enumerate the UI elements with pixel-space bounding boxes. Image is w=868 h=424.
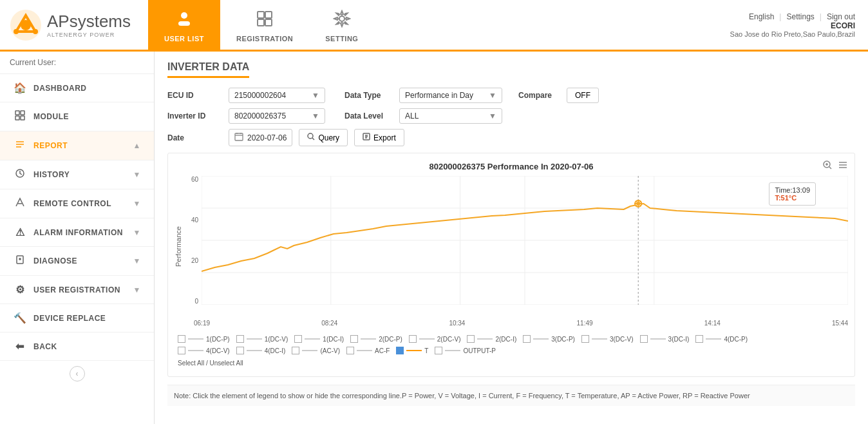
x-label-1414: 14:14	[704, 320, 721, 327]
legend-checkbox-output-p[interactable]	[435, 347, 442, 354]
sidebar-item-report[interactable]: REPORT ▲	[0, 131, 154, 160]
data-type-select[interactable]: Performance in Day ▼	[399, 88, 502, 103]
legend-label-ac-f: AC-F	[375, 347, 390, 354]
legend-checkbox-3dc-i[interactable]	[640, 335, 648, 343]
legend-3dc-i[interactable]: 3(DC-I)	[640, 335, 690, 343]
menu-icon[interactable]	[838, 160, 848, 173]
legend-4dc-p[interactable]: 4(DC-P)	[695, 335, 748, 343]
settings-link[interactable]: Settings	[786, 12, 814, 21]
legend-2dc-v[interactable]: 2(DC-V)	[409, 335, 461, 343]
data-level-select[interactable]: ALL ▼	[399, 108, 502, 124]
sidebar-item-history[interactable]: HISTORY ▼	[0, 160, 154, 189]
sidebar-item-diagnose[interactable]: DIAGNOSE ▼	[0, 247, 154, 276]
alarm-arrow: ▼	[133, 228, 141, 237]
current-user-label: Current User:	[0, 52, 154, 74]
registration-icon	[256, 10, 274, 32]
svg-rect-6	[258, 12, 264, 18]
data-level-arrow: ▼	[489, 111, 496, 120]
legend-ac-f[interactable]: AC-F	[346, 347, 390, 354]
sidebar-item-back[interactable]: ⬅ BACK	[0, 332, 154, 361]
legend-checkbox-3dc-v[interactable]	[581, 335, 589, 343]
svg-rect-5	[178, 21, 190, 26]
query-button[interactable]: Query	[299, 129, 348, 146]
compare-button[interactable]: OFF	[567, 88, 599, 103]
export-button[interactable]: Export	[354, 129, 404, 146]
x-label-1544: 15:44	[832, 320, 848, 327]
legend-3dc-v[interactable]: 3(DC-V)	[581, 335, 634, 343]
device-replace-icon: 🔨	[13, 312, 27, 324]
svg-rect-12	[21, 111, 24, 115]
legend-checkbox-ac-v[interactable]	[292, 347, 299, 354]
legend-label-t: T	[424, 347, 428, 354]
chart-title: 802000026375 Performance In 2020-07-06	[200, 162, 822, 171]
diagnose-icon	[13, 255, 27, 267]
tab-setting[interactable]: SETTING	[309, 0, 374, 52]
legend-output-p[interactable]: OUTPUT-P	[435, 347, 496, 354]
select-all-link[interactable]: Select All / Unselect All	[178, 360, 243, 367]
legend-checkbox-1dc-i[interactable]	[294, 335, 302, 343]
sidebar-item-alarm-information[interactable]: ⚠ ALARM INFORMATION ▼	[0, 218, 154, 247]
export-icon	[363, 133, 370, 142]
legend-checkbox-4dc-i[interactable]	[236, 347, 244, 354]
legend-3dc-p[interactable]: 3(DC-P)	[523, 335, 575, 343]
date-label: Date	[167, 133, 222, 142]
legend-4dc-v[interactable]: 4(DC-V)	[178, 347, 230, 354]
legend-2dc-i[interactable]: 2(DC-I)	[467, 335, 516, 343]
zoom-icon[interactable]	[822, 160, 833, 173]
legend-checkbox-1dc-v[interactable]	[236, 335, 244, 343]
date-input[interactable]: 2020-07-06	[229, 129, 292, 146]
sidebar-item-module[interactable]: MODULE	[0, 102, 154, 131]
legend-1dc-p[interactable]: 1(DC-P)	[178, 335, 230, 343]
svg-line-28	[312, 138, 314, 140]
legend-t[interactable]: T	[396, 347, 428, 354]
inverter-id-select[interactable]: 802000026375 ▼	[229, 108, 325, 124]
controls-panel: ECU ID 215000002604 ▼ Data Type Performa…	[167, 88, 855, 146]
report-icon	[13, 139, 27, 152]
legend-1dc-v[interactable]: 1(DC-V)	[236, 335, 288, 343]
sidebar-item-user-registration[interactable]: ⚙ USER REGISTRATION ▼	[0, 276, 154, 304]
legend-ac-v[interactable]: (AC-V)	[292, 347, 340, 354]
legend-label-3dc-i: 3(DC-I)	[668, 336, 690, 343]
scroll-control[interactable]: ‹	[0, 361, 154, 387]
legend-checkbox-t[interactable]	[396, 347, 404, 354]
legend-2dc-p[interactable]: 2(DC-P)	[350, 335, 402, 343]
nav-tabs: USER LIST REGISTRATION SETTING	[148, 0, 374, 50]
note-text: Note: Click the element of legend to sho…	[174, 392, 750, 400]
legend-4dc-i[interactable]: 4(DC-I)	[236, 347, 286, 354]
page-title: INVERTER DATA	[167, 61, 249, 78]
language-link[interactable]: English	[749, 12, 774, 21]
ecu-id-select[interactable]: 215000002604 ▼	[229, 88, 325, 103]
legend-line-4dc-i	[247, 350, 262, 351]
data-type-label: Data Type	[344, 91, 393, 100]
setting-icon	[333, 10, 351, 32]
legend-1dc-i[interactable]: 1(DC-I)	[294, 335, 344, 343]
sidebar-item-remote-control[interactable]: REMOTE CONTROL ▼	[0, 189, 154, 218]
chart-tools[interactable]	[822, 160, 848, 173]
tab-user-list[interactable]: USER LIST	[148, 0, 220, 52]
tab-registration[interactable]: REGISTRATION	[220, 0, 309, 52]
sidebar-item-dashboard[interactable]: 🏠 DASHBOARD	[0, 74, 154, 102]
chart-container: 802000026375 Performance In 2020-07-06	[167, 153, 855, 377]
legend-line-1dc-i	[305, 338, 320, 340]
legend-line-ac-f	[357, 350, 372, 351]
signout-link[interactable]: Sign out	[827, 12, 855, 21]
alarm-icon: ⚠	[13, 226, 27, 238]
y-label-20: 20	[185, 257, 198, 264]
legend-checkbox-4dc-v[interactable]	[178, 347, 185, 354]
legend-checkbox-2dc-p[interactable]	[350, 335, 358, 343]
legend-checkbox-1dc-p[interactable]	[178, 335, 185, 343]
y-label-40: 40	[185, 217, 198, 224]
svg-point-27	[308, 133, 313, 139]
legend-checkbox-ac-f[interactable]	[346, 347, 354, 354]
legend-checkbox-3dc-p[interactable]	[523, 335, 531, 343]
legend-checkbox-4dc-p[interactable]	[695, 335, 703, 343]
module-icon	[13, 110, 27, 123]
legend-label-ac-v: (AC-V)	[320, 347, 340, 354]
legend-label-3dc-v: 3(DC-V)	[610, 336, 634, 343]
legend-checkbox-2dc-i[interactable]	[467, 335, 475, 343]
legend-line-2dc-v	[419, 338, 435, 340]
x-axis: 06:19 08:24 10:34 11:49 14:14 15:44	[175, 318, 848, 327]
row-date-query: Date 2020-07-06	[167, 129, 855, 146]
sidebar-item-device-replace[interactable]: 🔨 DEVICE REPLACE	[0, 304, 154, 332]
legend-checkbox-2dc-v[interactable]	[409, 335, 417, 343]
